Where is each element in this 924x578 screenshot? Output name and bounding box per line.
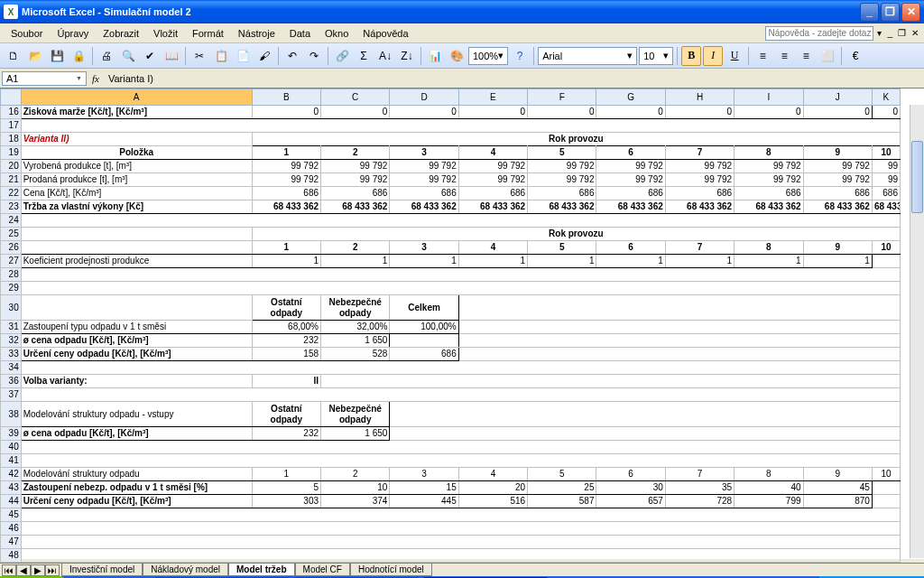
cell[interactable] — [21, 282, 900, 295]
cell[interactable]: 4 — [458, 241, 527, 255]
cell[interactable]: 8 — [735, 241, 803, 255]
cell[interactable]: 528 — [321, 348, 390, 361]
cell[interactable]: Rok provozu — [252, 133, 900, 146]
row-header[interactable]: 46 — [1, 522, 22, 536]
cell[interactable]: 99 — [872, 160, 900, 173]
cell[interactable] — [21, 536, 900, 549]
row-header[interactable]: 17 — [1, 119, 22, 133]
tab-nav-prev[interactable]: ◀ — [16, 564, 31, 576]
redo-button[interactable]: ↷ — [304, 46, 324, 66]
cell[interactable]: 3 — [390, 468, 458, 481]
cell[interactable]: 6 — [596, 468, 665, 481]
cell[interactable] — [21, 388, 900, 402]
cell[interactable]: 158 — [252, 348, 320, 361]
sheet-tab[interactable]: Investiční model — [61, 564, 143, 576]
cell[interactable]: 32,00% — [321, 321, 390, 334]
underline-button[interactable]: U — [725, 46, 744, 66]
row-header[interactable]: 25 — [1, 228, 22, 241]
cell[interactable]: Zisková marže [Kč/t], [Kč/m³] — [21, 106, 252, 119]
cell[interactable]: 686 — [458, 187, 527, 200]
worksheet-area[interactable]: A B C D E F G H I J K 16Zisková marže [K… — [0, 89, 924, 558]
cell[interactable]: 1 — [596, 255, 665, 268]
cell[interactable]: 99 792 — [528, 173, 596, 187]
cell[interactable]: 68 433 362 — [735, 200, 803, 214]
row-header[interactable]: 26 — [1, 241, 22, 255]
cell[interactable]: 1 — [252, 146, 320, 160]
cell[interactable]: 99 792 — [596, 160, 665, 173]
cell[interactable]: 99 792 — [321, 173, 390, 187]
sheet-tab-active[interactable]: Model tržeb — [228, 564, 295, 576]
sheet-tab[interactable]: Model CF — [295, 564, 350, 576]
cell[interactable]: 5 — [528, 241, 596, 255]
cell[interactable]: 686 — [735, 187, 803, 200]
cell[interactable]: 232 — [252, 427, 320, 441]
col-header-h[interactable]: H — [665, 89, 734, 106]
cell[interactable]: Modelování struktury odpadu — [21, 468, 252, 481]
row-header[interactable]: 40 — [1, 441, 22, 454]
cell[interactable]: 30 — [596, 481, 665, 495]
bold-button[interactable]: B — [681, 46, 701, 66]
cell[interactable]: 686 — [872, 187, 900, 200]
cell[interactable]: Ostatní odpady — [252, 295, 320, 321]
row-header[interactable]: 32 — [1, 334, 22, 348]
cell[interactable]: 8 — [735, 468, 803, 481]
cell[interactable]: 1 — [528, 255, 596, 268]
sort-asc-button[interactable]: A↓ — [375, 46, 395, 66]
cell[interactable]: Nebezpečné odpady — [321, 295, 390, 321]
cell[interactable]: 7 — [665, 146, 734, 160]
cell[interactable]: Položka — [21, 146, 252, 160]
cell[interactable]: 686 — [390, 187, 458, 200]
cell[interactable]: 1 — [252, 468, 320, 481]
cell[interactable]: 686 — [596, 187, 665, 200]
col-header-d[interactable]: D — [390, 89, 458, 106]
cell[interactable] — [21, 549, 900, 563]
sheet-tab[interactable]: Nákladový model — [143, 564, 228, 576]
cell[interactable] — [21, 441, 900, 454]
cell[interactable] — [21, 295, 252, 321]
cell[interactable]: 25 — [528, 481, 596, 495]
save-button[interactable]: 💾 — [47, 46, 67, 66]
cell[interactable]: 0 — [528, 106, 596, 119]
cell[interactable]: 99 792 — [803, 173, 872, 187]
cell[interactable]: 1 — [665, 255, 734, 268]
cell[interactable]: Určení ceny odpadu [Kč/t], [Kč/m³] — [21, 348, 252, 361]
minimize-button[interactable]: _ — [860, 3, 879, 22]
row-header[interactable]: 33 — [1, 348, 22, 361]
cell[interactable]: 68 433 362 — [252, 200, 320, 214]
new-button[interactable]: 🗋 — [4, 46, 23, 66]
row-header[interactable]: 34 — [1, 361, 22, 375]
cell[interactable]: 10 — [872, 146, 900, 160]
italic-button[interactable]: I — [703, 46, 723, 66]
cell[interactable]: Varianta II) — [21, 133, 252, 146]
cell[interactable]: 1 — [458, 255, 527, 268]
open-button[interactable]: 📂 — [25, 46, 45, 66]
col-header-f[interactable]: F — [528, 89, 596, 106]
cell[interactable] — [458, 334, 900, 348]
cell[interactable]: Modelování struktury odpadu - vstupy — [21, 402, 252, 427]
cell[interactable]: 1 650 — [321, 427, 390, 441]
format-painter-button[interactable]: 🖌 — [254, 46, 274, 66]
cell[interactable]: 68 433 362 — [665, 200, 734, 214]
cell[interactable]: 1 — [735, 255, 803, 268]
cell[interactable]: 68 433 362 — [596, 200, 665, 214]
cell[interactable]: ø cena odpadu [Kč/t], [Kč/m³] — [21, 427, 252, 441]
cell[interactable]: 2 — [321, 146, 390, 160]
cell[interactable]: Vyrobená produkce [t], [m³] — [21, 160, 252, 173]
cell[interactable]: 9 — [803, 146, 872, 160]
cell[interactable]: 9 — [803, 241, 872, 255]
col-header-c[interactable]: C — [321, 89, 390, 106]
cell[interactable]: 5 — [252, 481, 320, 495]
cell[interactable]: Volba varianty: — [21, 375, 252, 388]
cell[interactable]: 10 — [872, 468, 900, 481]
col-header-i[interactable]: I — [735, 89, 803, 106]
cell[interactable]: 870 — [803, 495, 872, 508]
menu-zobrazit[interactable]: Zobrazit — [96, 26, 146, 41]
preview-button[interactable]: 🔍 — [118, 46, 138, 66]
cell[interactable]: 445 — [390, 495, 458, 508]
undo-button[interactable]: ↶ — [282, 46, 302, 66]
cell[interactable]: 15 — [390, 481, 458, 495]
cell[interactable]: 6 — [596, 146, 665, 160]
cell[interactable] — [21, 241, 252, 255]
cell[interactable]: Koeficient prodejnosti produkce — [21, 255, 252, 268]
cell[interactable] — [21, 522, 900, 536]
